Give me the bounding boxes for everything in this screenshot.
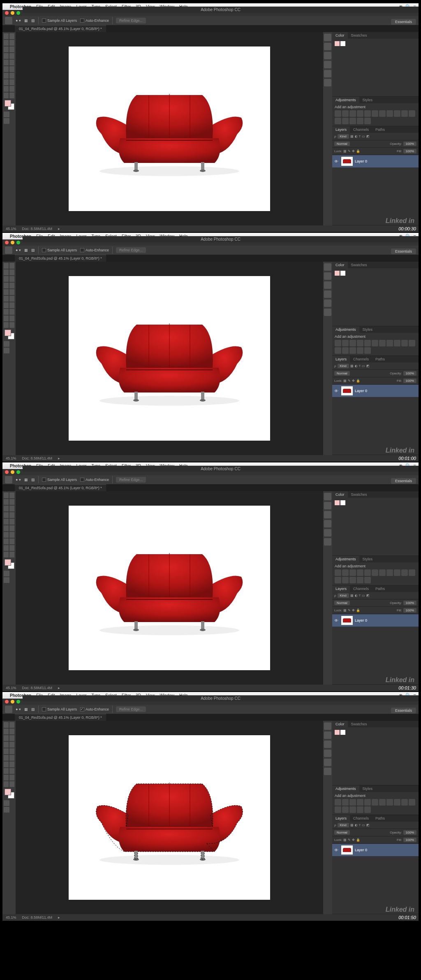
layers-tab[interactable]: Layers [332, 815, 350, 822]
path-tool[interactable] [4, 86, 9, 92]
layer-name[interactable]: Layer 0 [355, 159, 367, 163]
actions-panel-icon[interactable] [324, 272, 331, 280]
menu-select[interactable]: Select [105, 693, 117, 698]
lock-pos-icon[interactable]: ✥ [352, 608, 355, 612]
fill-value[interactable]: 100% [403, 379, 416, 383]
fg-bg-color[interactable] [5, 559, 14, 569]
adjustments-tab[interactable]: Adjustments [332, 97, 359, 103]
color-lookup-adj-icon[interactable] [409, 799, 415, 806]
eraser-tool[interactable] [4, 66, 9, 72]
swatches-tab[interactable]: Swatches [348, 262, 370, 268]
zoom-window-icon[interactable] [16, 470, 20, 474]
layers-tab[interactable]: Layers [332, 126, 350, 133]
stamp-tool[interactable] [4, 519, 9, 525]
menu-window[interactable]: Window [160, 5, 174, 9]
menu-icon[interactable]: ≡ [414, 4, 416, 9]
refine-edge-button[interactable]: Refine Edge... [116, 18, 146, 23]
opacity-value[interactable]: 100% [403, 142, 416, 146]
layers-tab[interactable]: Layers [332, 585, 350, 592]
blur-tool[interactable] [4, 762, 9, 767]
layer-filter-kind[interactable]: Kind [338, 134, 349, 139]
gradient-tool[interactable] [9, 66, 14, 72]
character-panel-icon[interactable] [324, 759, 331, 766]
healing-tool[interactable] [4, 283, 9, 288]
menu-filter[interactable]: Filter [122, 5, 131, 9]
hue-adj-icon[interactable] [372, 799, 378, 806]
menu-select[interactable]: Select [105, 464, 117, 468]
dodge-tool[interactable] [9, 762, 14, 767]
menu-image[interactable]: Image [60, 234, 72, 239]
auto-enhance-checkbox[interactable]: Auto-Enhance [80, 478, 109, 482]
menu-3d[interactable]: 3D [136, 693, 141, 698]
healing-tool[interactable] [4, 512, 9, 518]
layer-thumbnail[interactable] [341, 157, 353, 166]
active-tool-icon[interactable] [5, 706, 12, 713]
color-tab[interactable]: Color [332, 32, 348, 39]
bg-swatch[interactable] [340, 271, 345, 276]
stamp-tool[interactable] [4, 289, 9, 295]
paths-tab[interactable]: Paths [372, 126, 388, 133]
color-tab[interactable]: Color [332, 491, 348, 498]
window-traffic-lights[interactable] [2, 469, 23, 475]
gradmap-adj-icon[interactable] [357, 577, 363, 583]
refine-edge-button[interactable]: Refine Edge... [116, 477, 146, 483]
menu-image[interactable]: Image [60, 464, 72, 468]
workspace-switcher[interactable]: Essentials [391, 478, 416, 484]
screenmode-tool[interactable] [4, 577, 9, 583]
zoom-level[interactable]: 45.1% [6, 686, 16, 690]
filter-shape-icon[interactable]: ▭ [362, 364, 365, 368]
vibrance-adj-icon[interactable] [364, 110, 371, 117]
styles-tab[interactable]: Styles [359, 785, 376, 792]
layers-tab[interactable]: Layers [332, 356, 350, 362]
document-tab[interactable]: 01_04_RedSofa.psd @ 45.1% (Layer 0, RGB/… [15, 714, 106, 721]
status-arrow-icon[interactable]: ▸ [58, 227, 60, 231]
menu-view[interactable]: View [146, 5, 155, 9]
channel-mixer-adj-icon[interactable] [401, 340, 408, 346]
adjustments-tab[interactable]: Adjustments [332, 326, 359, 333]
channel-mixer-adj-icon[interactable] [401, 799, 408, 806]
auto-enhance-checkbox[interactable]: Auto-Enhance [80, 707, 109, 712]
type-tool[interactable] [9, 79, 14, 85]
exposure-adj-icon[interactable] [357, 110, 363, 117]
history-brush-tool[interactable] [9, 519, 14, 525]
shape-tool[interactable] [9, 316, 14, 321]
fg-swatch[interactable] [335, 500, 340, 505]
canvas-area[interactable] [16, 721, 323, 914]
blur-tool[interactable] [4, 302, 9, 308]
type-tool[interactable] [9, 539, 14, 544]
document-canvas[interactable] [69, 46, 270, 211]
selective-color-adj-icon[interactable] [364, 118, 371, 124]
vibrance-adj-icon[interactable] [364, 340, 371, 346]
menu-help[interactable]: Help [179, 693, 188, 698]
layer-filter-kind[interactable]: Kind [338, 364, 349, 368]
menu-edit[interactable]: Edit [48, 464, 55, 468]
invert-adj-icon[interactable] [335, 806, 341, 813]
menu-edit[interactable]: Edit [48, 693, 55, 698]
crop-tool[interactable] [4, 276, 9, 282]
history-panel-icon[interactable] [324, 493, 331, 500]
menu-help[interactable]: Help [179, 464, 188, 468]
paths-tab[interactable]: Paths [372, 585, 388, 592]
layer-row[interactable]: 👁 Layer 0 [332, 844, 419, 856]
move-tool[interactable] [4, 263, 9, 269]
bw-adj-icon[interactable] [386, 340, 393, 346]
layer-visibility-icon[interactable]: 👁 [334, 389, 339, 393]
pen-tool[interactable] [4, 79, 9, 85]
menu-layer[interactable]: Layer [76, 464, 86, 468]
bw-adj-icon[interactable] [386, 569, 393, 576]
posterize-adj-icon[interactable] [342, 806, 349, 813]
zoom-window-icon[interactable] [16, 700, 20, 704]
lasso-tool[interactable] [4, 499, 9, 505]
menu-type[interactable]: Type [91, 693, 100, 698]
canvas-area[interactable] [16, 491, 323, 685]
pen-tool[interactable] [4, 309, 9, 315]
brightness-adj-icon[interactable] [335, 799, 341, 806]
bg-swatch[interactable] [340, 41, 345, 46]
blend-mode-select[interactable]: Normal [334, 601, 350, 605]
marquee-tool[interactable] [9, 492, 14, 498]
healing-tool[interactable] [4, 53, 9, 59]
menu-type[interactable]: Type [91, 464, 100, 468]
eraser-tool[interactable] [4, 755, 9, 761]
healing-tool[interactable] [4, 742, 9, 748]
paragraph-panel-icon[interactable] [324, 309, 331, 316]
